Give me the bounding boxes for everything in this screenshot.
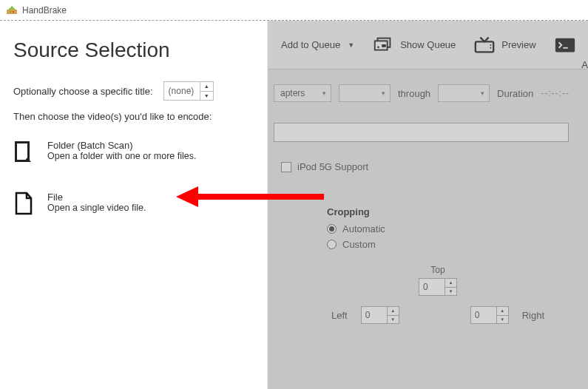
preview-button[interactable]: Preview (464, 26, 544, 64)
svg-point-2 (13, 11, 14, 13)
file-option-title: File (47, 192, 146, 203)
titlebar: HandBrake (0, 0, 588, 21)
folder-option[interactable]: Folder (Batch Scan) Open a folder with o… (13, 138, 249, 165)
chapters-select[interactable]: apters▾ (274, 84, 331, 102)
cropping-custom-label: Custom (342, 239, 376, 250)
svg-point-7 (377, 46, 379, 48)
title-spinner[interactable]: ▲ ▼ (163, 81, 214, 101)
chapter-end-select[interactable]: ▾ (438, 84, 490, 102)
cropping-heading: Cropping (327, 206, 575, 217)
terminal-icon (554, 36, 576, 54)
svg-point-10 (490, 47, 492, 48)
title-spinner-down[interactable]: ▼ (200, 92, 213, 101)
destination-input[interactable] (274, 123, 569, 142)
add-to-queue-button[interactable]: Add to Queue ▼ (272, 26, 363, 64)
instruction-text: Then choose the video(s) you'd like to e… (13, 111, 249, 122)
file-icon (13, 192, 34, 215)
cropping-auto-label: Automatic (342, 223, 385, 234)
truncated-label: A (581, 59, 588, 70)
panel-heading: Source Selection (13, 38, 249, 62)
crop-left-label: Left (331, 310, 348, 321)
show-queue-button[interactable]: Show Queue (363, 26, 464, 64)
crop-right-spinner[interactable]: ▲▼ (470, 306, 509, 324)
chapter-start-select[interactable]: ▾ (339, 84, 391, 102)
duration-value: --:--:-- (541, 88, 570, 98)
svg-rect-11 (555, 38, 574, 52)
main-area: Add to Queue ▼ Show Queue Preview A (268, 21, 588, 389)
file-option[interactable]: File Open a single video file. (13, 190, 249, 217)
folder-option-title: Folder (Batch Scan) (47, 140, 197, 151)
terminal-button[interactable] (545, 26, 579, 64)
svg-point-1 (10, 11, 11, 13)
ipod-label: iPod 5G Support (297, 161, 368, 172)
dropdown-caret-icon: ▼ (348, 41, 354, 49)
folder-icon (13, 140, 34, 163)
folder-option-desc: Open a folder with one or more files. (47, 151, 197, 161)
queue-icon (372, 36, 394, 54)
tv-icon (473, 36, 496, 54)
toolbar: Add to Queue ▼ Show Queue Preview A (268, 21, 588, 70)
crop-left-spinner[interactable]: ▲▼ (361, 306, 399, 324)
title-spinner-input[interactable] (164, 82, 200, 100)
through-label: through (398, 88, 430, 99)
title-select-label: Optionally choose a specific title: (13, 86, 153, 97)
source-selection-panel: Source Selection Optionally choose a spe… (0, 21, 268, 389)
app-logo-icon (6, 4, 18, 16)
svg-rect-0 (7, 10, 17, 14)
svg-point-9 (490, 44, 492, 46)
crop-right-label: Right (522, 310, 544, 321)
title-spinner-up[interactable]: ▲ (200, 82, 213, 92)
app-title: HandBrake (22, 5, 67, 16)
crop-top-spinner[interactable]: ▲▼ (419, 278, 457, 296)
cropping-auto-radio[interactable] (327, 224, 337, 234)
crop-top-label: Top (327, 265, 549, 275)
svg-rect-4 (17, 143, 27, 160)
ipod-checkbox[interactable] (281, 162, 291, 172)
file-option-desc: Open a single video file. (47, 203, 146, 213)
cropping-custom-radio[interactable] (327, 240, 337, 249)
duration-label: Duration (497, 88, 533, 99)
svg-rect-8 (476, 41, 493, 52)
